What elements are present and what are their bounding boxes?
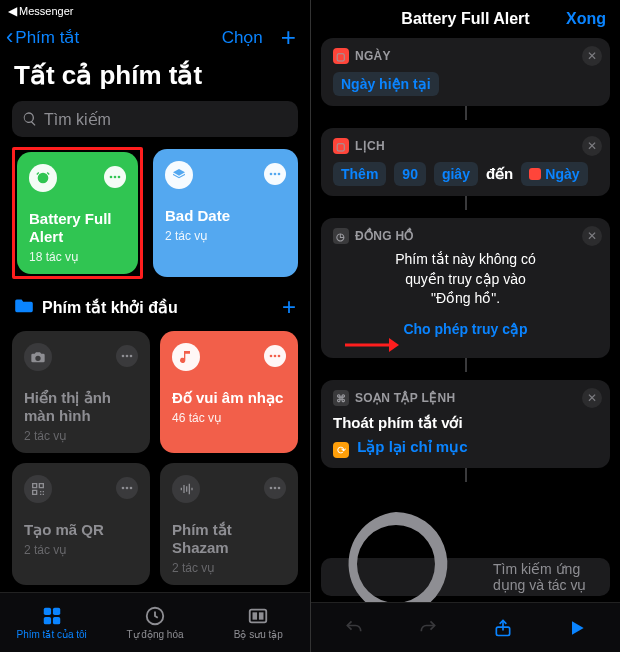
svg-point-14 xyxy=(130,487,133,490)
card-subtitle: 2 tác vụ xyxy=(165,229,286,243)
more-icon[interactable] xyxy=(116,345,138,367)
svg-point-10 xyxy=(274,355,277,358)
token-unit[interactable]: giây xyxy=(434,162,478,186)
flow-connector xyxy=(465,196,467,210)
action-search-field[interactable]: Tìm kiếm ứng dụng và tác vụ xyxy=(321,558,610,596)
alarm-icon xyxy=(29,164,57,192)
svg-rect-18 xyxy=(43,608,50,615)
svg-point-11 xyxy=(278,355,281,358)
camera-icon xyxy=(24,343,52,371)
section-header-starter: Phím tắt khởi đầu + xyxy=(0,277,310,331)
block-head: ĐỒNG HỒ xyxy=(355,229,414,243)
token-current-day[interactable]: Ngày hiện tại xyxy=(333,72,439,96)
card-subtitle: 2 tác vụ xyxy=(172,561,286,575)
music-icon xyxy=(172,343,200,371)
remove-action-button[interactable]: ✕ xyxy=(582,226,602,246)
more-icon[interactable] xyxy=(264,345,286,367)
annotation-arrow xyxy=(345,336,399,354)
redo-button[interactable] xyxy=(408,611,448,645)
svg-point-5 xyxy=(278,173,281,176)
remove-action-button[interactable]: ✕ xyxy=(582,136,602,156)
block-head: LỊCH xyxy=(355,139,385,153)
permission-denied-text: Phím tắt này không có quyền truy cập vào… xyxy=(333,244,598,309)
card-title: Tạo mã QR xyxy=(24,521,138,539)
waveform-icon xyxy=(172,475,200,503)
svg-point-6 xyxy=(122,355,125,358)
token-day[interactable]: Ngày xyxy=(521,162,587,186)
calendar-icon: ▢ xyxy=(333,138,349,154)
svg-point-4 xyxy=(274,173,277,176)
card-title: Hiển thị ảnh màn hình xyxy=(24,389,138,425)
add-shortcut-button[interactable]: + xyxy=(281,24,296,50)
svg-point-8 xyxy=(130,355,133,358)
search-icon xyxy=(22,111,38,127)
run-button[interactable] xyxy=(557,611,597,645)
undo-button[interactable] xyxy=(334,611,374,645)
action-block-script[interactable]: ⌘ SOẠN TẬP LỆNH ✕ Thoát phím tắt với ⟳ L… xyxy=(321,380,610,468)
svg-point-17 xyxy=(278,487,281,490)
svg-rect-23 xyxy=(250,610,267,623)
card-subtitle: 18 tác vụ xyxy=(29,250,126,264)
back-button[interactable]: ‹ Phím tắt xyxy=(6,24,79,50)
tab-automation[interactable]: Tự động hóa xyxy=(103,593,206,652)
add-starter-button[interactable]: + xyxy=(282,293,296,321)
allow-access-button[interactable]: Cho phép truy cập xyxy=(333,321,598,337)
more-icon[interactable] xyxy=(264,163,286,185)
chevron-left-icon: ‹ xyxy=(6,24,13,50)
shortcut-card-qr[interactable]: Tạo mã QR 2 tác vụ xyxy=(12,463,150,585)
action-search-placeholder: Tìm kiếm ứng dụng và tác vụ xyxy=(493,561,600,593)
token-add[interactable]: Thêm xyxy=(333,162,386,186)
more-icon[interactable] xyxy=(264,477,286,499)
back-chevron-icon: ◀ xyxy=(8,4,17,18)
more-icon[interactable] xyxy=(104,166,126,188)
done-button[interactable]: Xong xyxy=(566,10,606,28)
shortcut-card-battery-full-alert[interactable]: Battery Full Alert 18 tác vụ xyxy=(17,152,138,274)
svg-point-2 xyxy=(118,176,121,179)
action-flow: ▢ NGÀY ✕ Ngày hiện tại ▢ LỊCH ✕ Thêm 90 xyxy=(311,34,620,482)
remove-action-button[interactable]: ✕ xyxy=(582,46,602,66)
page-title: Tất cả phím tắt xyxy=(0,50,310,101)
svg-marker-27 xyxy=(389,338,399,352)
shortcut-card-music-quiz[interactable]: Đố vui âm nhạc 46 tác vụ xyxy=(160,331,298,453)
qr-icon xyxy=(24,475,52,503)
svg-point-3 xyxy=(270,173,273,176)
text-to: đến xyxy=(486,165,513,183)
shortcut-card-bad-date[interactable]: Bad Date 2 tác vụ xyxy=(153,149,298,277)
action-block-calendar[interactable]: ▢ LỊCH ✕ Thêm 90 giây đến Ngày xyxy=(321,128,610,196)
shortcut-editor-screen: Battery Full Alert Xong ▢ NGÀY ✕ Ngày hi… xyxy=(310,0,620,652)
card-title: Bad Date xyxy=(165,207,286,225)
action-block-day[interactable]: ▢ NGÀY ✕ Ngày hiện tại xyxy=(321,38,610,106)
search-field[interactable]: Tìm kiếm xyxy=(12,101,298,137)
svg-point-9 xyxy=(270,355,273,358)
svg-point-1 xyxy=(114,176,117,179)
action-block-clock[interactable]: ◷ ĐỒNG HỒ ✕ Phím tắt này không có quyền … xyxy=(321,218,610,358)
shortcut-card-screenshot[interactable]: Hiển thị ảnh màn hình 2 tác vụ xyxy=(12,331,150,453)
svg-point-13 xyxy=(126,487,129,490)
svg-rect-19 xyxy=(53,608,60,615)
remove-action-button[interactable]: ✕ xyxy=(582,388,602,408)
tab-gallery[interactable]: Bộ sưu tập xyxy=(207,593,310,652)
editor-nav: Battery Full Alert Xong xyxy=(311,0,620,34)
tab-label: Tự động hóa xyxy=(126,629,183,640)
tab-label: Phím tắt của tôi xyxy=(16,629,86,640)
layers-icon xyxy=(165,161,193,189)
highlight-annotation: Battery Full Alert 18 tác vụ xyxy=(12,147,143,279)
more-icon[interactable] xyxy=(116,477,138,499)
script-icon: ⌘ xyxy=(333,390,349,406)
calendar-day-icon: ▢ xyxy=(333,48,349,64)
share-button[interactable] xyxy=(483,611,523,645)
block-head: NGÀY xyxy=(355,49,391,63)
card-title: Battery Full Alert xyxy=(29,210,126,246)
token-repeat-index[interactable]: Lặp lại chỉ mục xyxy=(357,438,467,455)
token-num[interactable]: 90 xyxy=(394,162,426,186)
svg-point-15 xyxy=(270,487,273,490)
shortcut-card-shazam[interactable]: Phím tắt Shazam 2 tác vụ xyxy=(160,463,298,585)
status-return-app[interactable]: Messenger xyxy=(19,5,73,17)
svg-rect-20 xyxy=(43,617,50,624)
svg-point-16 xyxy=(274,487,277,490)
tab-my-shortcuts[interactable]: Phím tắt của tôi xyxy=(0,593,103,652)
flow-connector xyxy=(465,358,467,372)
shortcuts-library-screen: ◀ Messenger ‹ Phím tắt Chọn + Tất cả phí… xyxy=(0,0,310,652)
status-bar: ◀ Messenger xyxy=(0,0,310,18)
select-button[interactable]: Chọn xyxy=(222,27,263,48)
